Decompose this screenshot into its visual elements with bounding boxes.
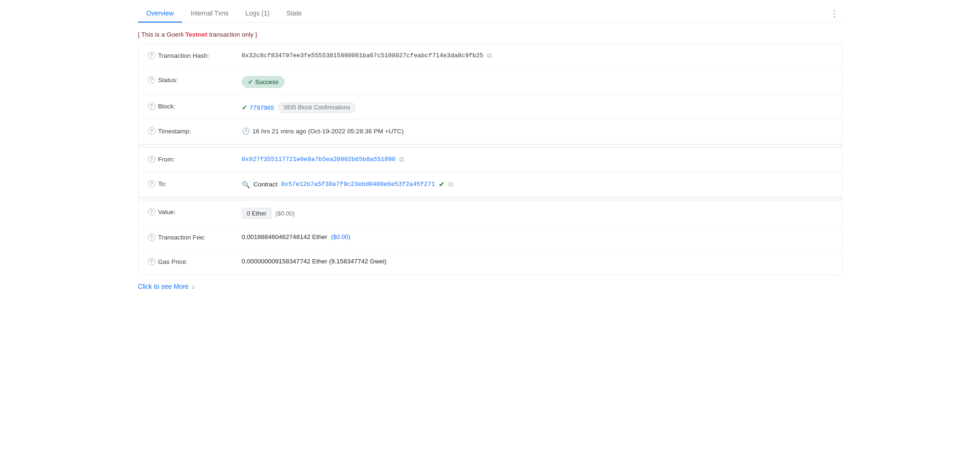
timestamp-text: 🕐 16 hrs 21 mins ago (Oct-19-2022 05:28:…	[242, 127, 404, 135]
gas-price-text: 0.000000009158347742 Ether (9.158347742 …	[242, 258, 387, 265]
see-more-label: Click to see More	[138, 283, 189, 290]
transaction-hash-value: 0x32c8cf834797ee3fe55553815880081ba67c51…	[242, 51, 833, 60]
tab-logs[interactable]: Logs (1)	[237, 5, 278, 23]
transaction-hash-label: ? Transaction Hash:	[148, 51, 242, 59]
timestamp-label: ? Timestamp:	[148, 126, 242, 135]
value-help-icon[interactable]: ?	[148, 208, 155, 216]
to-contract-prefix: Contract	[254, 181, 278, 188]
see-more-button[interactable]: Click to see More ↓	[138, 275, 195, 294]
tab-overview[interactable]: Overview	[138, 5, 182, 23]
timestamp-help-icon[interactable]: ?	[148, 127, 155, 135]
tab-state[interactable]: State	[278, 5, 310, 23]
to-row: ? To: 🔍 Contract 0x57e12b7a5f38a7f9c23eb…	[139, 172, 842, 197]
value-row: ? Value: 0 Ether ($0.00)	[139, 200, 842, 226]
value-usd-text: ($0.00)	[275, 210, 294, 217]
block-check-icon: ✔	[242, 104, 247, 111]
testnet-alert: [ This is a Goerli Testnet transaction o…	[138, 31, 842, 38]
gas-price-value: 0.000000009158347742 Ether (9.158347742 …	[242, 257, 833, 265]
from-address-copy-icon[interactable]: ⧉	[399, 155, 404, 163]
section-divider-1	[139, 144, 842, 148]
block-row: ? Block: ✔ 7797965 3935 Block Confirmati…	[139, 95, 842, 120]
value-value: 0 Ether ($0.00)	[242, 207, 833, 219]
transaction-detail-card: ? Transaction Hash: 0x32c8cf834797ee3fe5…	[138, 44, 842, 275]
txn-fee-row: ? Transaction Fee: 0.001888460462748142 …	[139, 226, 842, 250]
from-value: 0x927f355117721e0e8a7b5ea20002b65b8a5518…	[242, 154, 833, 163]
transaction-hash-text: 0x32c8cf834797ee3fe55553815880081ba67c51…	[242, 52, 484, 59]
to-address-copy-icon[interactable]: ⧉	[448, 180, 453, 188]
txn-fee-usd-text: ($0.00)	[331, 233, 350, 240]
transaction-hash-copy-icon[interactable]: ⧉	[487, 52, 492, 60]
contract-search-icon: 🔍	[242, 181, 250, 188]
txn-fee-ether-text: 0.001888460462748142 Ether	[242, 233, 327, 240]
tab-bar: Overview Internal Txns Logs (1) State ⋮	[138, 0, 842, 23]
see-more-arrow-icon: ↓	[192, 283, 195, 290]
gas-price-label: ? Gas Price:	[148, 257, 242, 265]
block-confirmations-badge: 3935 Block Confirmations	[278, 102, 355, 113]
block-label: ? Block:	[148, 101, 242, 110]
more-options-icon[interactable]: ⋮	[826, 6, 842, 22]
value-label: ? Value:	[148, 207, 242, 216]
clock-icon: 🕐	[242, 127, 250, 135]
status-badge: ✔ Success	[242, 76, 285, 88]
status-value: ✔ Success	[242, 75, 833, 88]
timestamp-row: ? Timestamp: 🕐 16 hrs 21 mins ago (Oct-1…	[139, 120, 842, 144]
txn-fee-value: 0.001888460462748142 Ether ($0.00)	[242, 232, 833, 240]
block-help-icon[interactable]: ?	[148, 102, 155, 110]
value-ether-badge: 0 Ether	[242, 208, 272, 219]
gas-price-help-icon[interactable]: ?	[148, 258, 155, 265]
status-row: ? Status: ✔ Success	[139, 69, 842, 95]
gas-price-row: ? Gas Price: 0.000000009158347742 Ether …	[139, 250, 842, 275]
status-help-icon[interactable]: ?	[148, 76, 155, 84]
transaction-hash-row: ? Transaction Hash: 0x32c8cf834797ee3fe5…	[139, 44, 842, 69]
contract-verified-icon: ✔	[439, 180, 445, 189]
to-label: ? To:	[148, 179, 242, 187]
status-check-icon: ✔	[248, 78, 253, 85]
transaction-hash-help-icon[interactable]: ?	[148, 52, 155, 59]
to-address-link[interactable]: 0x57e12b7a5f38a7f9c23ebd0400e6e53f2a45f2…	[281, 181, 435, 188]
from-address-link[interactable]: 0x927f355117721e0e8a7b5ea20002b65b8a5518…	[242, 156, 396, 163]
txn-fee-help-icon[interactable]: ?	[148, 233, 155, 241]
to-value: 🔍 Contract 0x57e12b7a5f38a7f9c23ebd0400e…	[242, 179, 833, 189]
block-number-link[interactable]: 7797965	[250, 104, 275, 111]
from-help-icon[interactable]: ?	[148, 155, 155, 163]
to-help-icon[interactable]: ?	[148, 180, 155, 187]
from-label: ? From:	[148, 154, 242, 163]
timestamp-value: 🕐 16 hrs 21 mins ago (Oct-19-2022 05:28:…	[242, 126, 833, 135]
status-label: ? Status:	[148, 75, 242, 84]
block-value: ✔ 7797965 3935 Block Confirmations	[242, 101, 833, 113]
from-row: ? From: 0x927f355117721e0e8a7b5ea20002b6…	[139, 148, 842, 172]
testnet-label: Testnet	[185, 31, 208, 38]
section-divider-2	[139, 197, 842, 200]
block-badge: ✔ 7797965	[242, 104, 275, 111]
tab-internal-txns[interactable]: Internal Txns	[182, 5, 237, 23]
txn-fee-label: ? Transaction Fee:	[148, 232, 242, 241]
